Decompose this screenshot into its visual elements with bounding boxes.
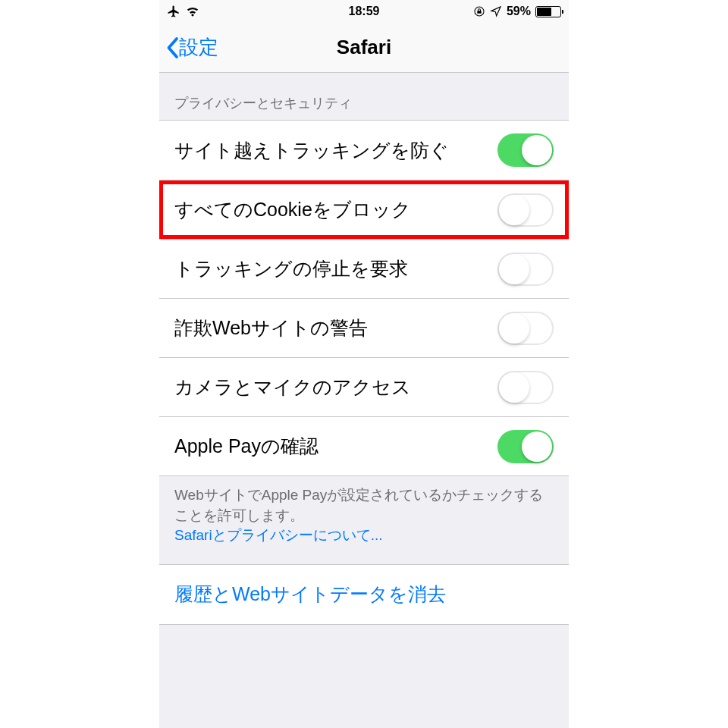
privacy-link[interactable]: Safariとプライバシーについて... [174,527,382,543]
battery-percentage: 59% [507,5,531,18]
section-header-privacy: プライバシーとセキュリティ [159,73,569,120]
chevron-left-icon [165,36,179,59]
toggle-check-apple-pay[interactable] [497,430,554,463]
row-fraudulent-website-warning: 詐欺Webサイトの警告 [159,298,569,357]
row-label: サイト越えトラッキングを防ぐ [174,138,449,163]
row-label: カメラとマイクのアクセス [174,375,411,400]
back-label: 設定 [179,34,218,61]
privacy-settings-group: サイト越えトラッキングを防ぐ すべてのCookieをブロック トラッキングの停止… [159,120,569,476]
back-button[interactable]: 設定 [159,34,218,61]
row-label: 詐欺Webサイトの警告 [174,315,368,340]
orientation-lock-icon [473,5,485,17]
nav-bar: 設定 Safari [159,23,569,73]
row-block-all-cookies: すべてのCookieをブロック [159,180,569,239]
safari-settings-screen: 18:59 59% 設定 Safari プライバシーとセキュリティ サイト越えト… [159,0,569,728]
toggle-fraudulent-website-warning[interactable] [497,312,554,345]
battery-icon [535,6,561,17]
row-prevent-cross-site-tracking: サイト越えトラッキングを防ぐ [159,121,569,180]
toggle-block-all-cookies[interactable] [497,193,554,227]
airplane-mode-icon [167,5,180,18]
nav-title: Safari [159,36,569,59]
clear-history-button[interactable]: 履歴とWebサイトデータを消去 [159,565,569,624]
row-do-not-track: トラッキングの停止を要求 [159,239,569,298]
row-camera-microphone-access: カメラとマイクのアクセス [159,357,569,416]
toggle-camera-microphone-access[interactable] [497,371,554,404]
clear-history-group: 履歴とWebサイトデータを消去 [159,564,569,625]
row-check-apple-pay: Apple Payの確認 [159,416,569,475]
row-label: すべてのCookieをブロック [174,197,411,222]
wifi-icon [185,5,200,17]
section-footer-privacy: WebサイトでApple Payが設定されているかチェックすることを許可します。… [159,476,569,564]
location-icon [490,5,502,17]
toggle-do-not-track[interactable] [497,253,554,286]
clear-history-label: 履歴とWebサイトデータを消去 [174,582,446,607]
row-label: トラッキングの停止を要求 [174,256,408,281]
row-label: Apple Payの確認 [174,434,318,459]
status-bar: 18:59 59% [159,0,569,23]
footer-description: WebサイトでApple Payが設定されているかチェックすることを許可します。 [174,487,543,523]
toggle-prevent-cross-site-tracking[interactable] [497,133,554,167]
